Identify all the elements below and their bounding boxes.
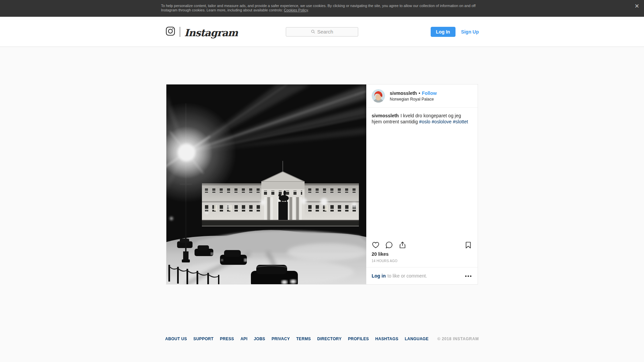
comment-row: Log in to like or comment. ••• [366,267,478,284]
page-footer: ABOUT USSUPPORTPRESSAPIJOBSPRIVACYTERMSD… [165,337,479,341]
copyright: © 2018 INSTAGRAM [437,337,479,341]
cookies-policy-link[interactable]: Cookies Policy [284,8,308,12]
caption-username-link[interactable]: sivmossleth [372,113,399,118]
post-panel: sivmossleth • Follow Norwegian Royal Pal… [366,84,478,284]
close-icon[interactable]: ✕ [635,3,639,9]
more-options-icon[interactable]: ••• [465,275,472,278]
logo-divider [180,27,180,37]
post-timestamp: 14 HOURS AGO [366,259,478,263]
footer-link-8[interactable]: PROFILES [348,337,369,341]
follow-button[interactable]: Follow [422,90,437,96]
search-box[interactable]: Search [286,27,358,37]
footer-link-0[interactable]: ABOUT US [165,337,187,341]
footer-link-5[interactable]: PRIVACY [272,337,290,341]
hashtag-2[interactable]: #slottet [453,119,468,124]
username-link[interactable]: sivmossleth [390,90,417,96]
footer-link-6[interactable]: TERMS [296,337,311,341]
instagram-logo[interactable]: Instagram [165,25,238,39]
post-photo[interactable] [166,84,366,284]
top-navbar: Instagram Search Log In Sign Up [0,17,644,47]
comment-icon[interactable] [385,241,393,249]
hashtag-0[interactable]: #oslo [419,119,430,124]
action-bar [366,238,478,249]
cookie-text: To help personalize content, tailor and … [161,4,476,12]
caption-hashtags: #oslo#oslolove#slottet [419,119,470,124]
comments-empty-area [366,130,478,238]
post-caption: sivmosslethI kveld dro kongeparet og jeg… [366,108,478,130]
footer-link-4[interactable]: JOBS [254,337,265,341]
instagram-camera-icon [165,26,175,38]
cookie-text-suffix: . [308,8,309,12]
post-header: sivmossleth • Follow Norwegian Royal Pal… [366,84,478,108]
footer-nav: ABOUT USSUPPORTPRESSAPIJOBSPRIVACYTERMSD… [165,337,429,341]
log-in-button[interactable]: Log In [431,27,455,37]
dot-separator: • [419,90,420,96]
location-link[interactable]: Norwegian Royal Palace [390,97,437,102]
instagram-wordmark: Instagram [184,25,238,39]
footer-link-10[interactable]: LANGUAGE [405,337,429,341]
search-input[interactable] [286,27,358,36]
footer-link-1[interactable]: SUPPORT [194,337,214,341]
cookie-banner: To help personalize content, tailor and … [0,0,644,17]
likes-count[interactable]: 20 likes [366,251,478,257]
footer-link-9[interactable]: HASHTAGS [375,337,398,341]
comment-hint: to like or comment. [387,273,427,279]
footer-link-3[interactable]: API [240,337,248,341]
log-in-comment-link[interactable]: Log in [372,273,386,279]
post-card: sivmossleth • Follow Norwegian Royal Pal… [166,84,478,285]
sign-up-link[interactable]: Sign Up [461,29,479,35]
footer-link-7[interactable]: DIRECTORY [317,337,342,341]
bookmark-icon[interactable] [464,241,472,249]
footer-link-2[interactable]: PRESS [220,337,234,341]
like-heart-icon[interactable] [372,241,380,249]
avatar[interactable] [372,89,385,103]
share-icon[interactable] [398,241,407,249]
hashtag-1[interactable]: #oslolove [432,119,451,124]
cookie-banner-text: To help personalize content, tailor and … [161,0,483,12]
